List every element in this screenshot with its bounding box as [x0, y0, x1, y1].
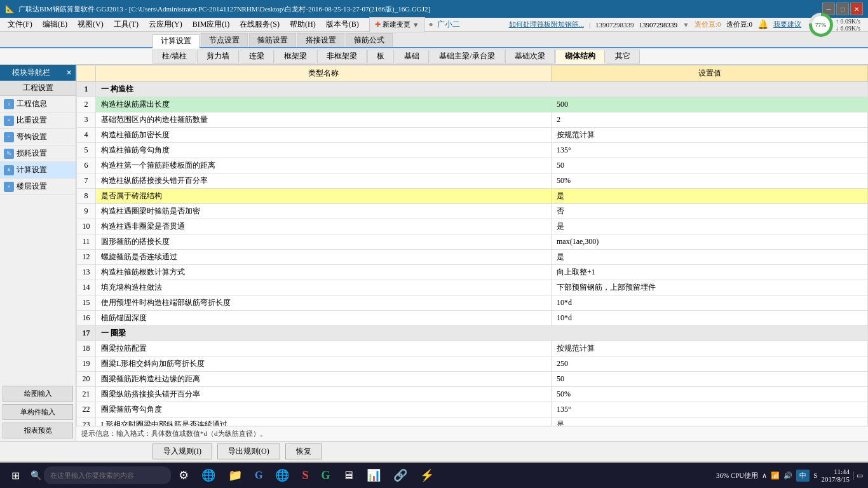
row-type-name: 圈梁纵筋搭接接头错开百分率: [96, 387, 552, 402]
row-setting-value[interactable]: 50%: [552, 173, 868, 189]
search-icon: 🔍: [31, 470, 41, 481]
export-rules-button[interactable]: 导出规则(O): [217, 444, 280, 459]
info-text: 提示信息：输入格式：具体数值或数值*d（d为纵筋直径）。: [81, 430, 267, 437]
sub-tab-foundation-secondary[interactable]: 基础次梁: [505, 50, 555, 64]
menu-help[interactable]: 帮助(H): [285, 18, 321, 31]
taskbar-expand-icon[interactable]: ∧: [762, 471, 767, 480]
row-setting-value[interactable]: 是: [552, 250, 868, 265]
table-container[interactable]: 类型名称 设置值 1一 构造柱2构造柱纵筋露出长度5003基础范围区内的构造柱箍…: [76, 65, 868, 426]
tab-stirrup-formula[interactable]: 箍筋公式: [346, 33, 393, 47]
title-bar-left: 📐 广联达BIM钢筋算量软件 GGJ2013 - [C:\Users\Admin…: [5, 4, 430, 14]
phone-number: 13907298339: [595, 21, 634, 29]
sidebar-item-hook-settings[interactable]: ~ 弯钩设置: [0, 129, 76, 146]
row-type-name: 是否属于砖混结构: [96, 189, 552, 204]
row-setting-value[interactable]: 是: [552, 417, 868, 426]
sub-tab-non-frame-beam[interactable]: 非框架梁: [317, 50, 367, 64]
menu-file[interactable]: 文件(F): [3, 18, 37, 31]
price-info: 造价豆:0: [695, 20, 721, 29]
sidebar-item-floor-settings[interactable]: ≡ 楼层设置: [0, 179, 76, 195]
row-setting-value[interactable]: 135°: [552, 402, 868, 417]
taskbar-icon-11[interactable]: ⚡: [415, 465, 439, 485]
restore-button[interactable]: 恢复: [285, 444, 322, 459]
sidebar-close-button[interactable]: ✕: [62, 66, 76, 79]
row-setting-value[interactable]: 按规范计算: [552, 341, 868, 356]
sidebar-item-project-info[interactable]: i 工程信息: [0, 96, 76, 112]
weight-settings-icon: =: [4, 116, 14, 126]
tab-splice-settings[interactable]: 搭接设置: [297, 33, 344, 47]
single-component-button[interactable]: 单构件输入: [3, 404, 73, 420]
sub-tab-coupling-beam[interactable]: 连梁: [240, 50, 274, 64]
row-setting-value[interactable]: 向上取整+1: [552, 265, 868, 280]
taskbar-icon-8[interactable]: 🖥: [337, 465, 359, 485]
taskbar-icon-4[interactable]: G: [250, 465, 268, 485]
row-setting-value[interactable]: 500: [552, 97, 868, 112]
taskbar: ⊞ 🔍 ⚙ 🌐 📁 G 🌐 S G 🖥 📊 🔗 ⚡ 36% CPU使用 ∧ 📶 …: [0, 463, 868, 488]
row-setting-value[interactable]: 10*d: [552, 295, 868, 311]
taskbar-icon-9[interactable]: 📊: [362, 465, 386, 485]
row-setting-value[interactable]: 否: [552, 204, 868, 219]
menu-version[interactable]: 版本号(B): [321, 18, 364, 31]
new-change-button[interactable]: ✚ 新建变更 ▼: [369, 17, 425, 32]
sub-tab-shear-wall[interactable]: 剪力墙: [197, 50, 239, 64]
taskbar-icon-3[interactable]: 📁: [223, 465, 247, 485]
main-layout: 模块导航栏 ✕ 工程设置 i 工程信息 = 比重设置 ~ 弯钩设置 % 损耗设置…: [0, 65, 868, 441]
row-setting-value[interactable]: max(1ae,300): [552, 234, 868, 250]
sub-tab-frame-beam[interactable]: 框架梁: [275, 50, 316, 64]
drawing-input-button[interactable]: 绘图输入: [3, 386, 73, 402]
row-setting-value[interactable]: 下部预留钢筋，上部预留埋件: [552, 280, 868, 295]
lang-indicator[interactable]: 中: [796, 470, 810, 482]
sub-tabs: 柱/墙柱 剪力墙 连梁 框架梁 非框架梁 板 基础 基础主梁/承台梁 基础次梁 …: [0, 48, 868, 65]
help-link[interactable]: 如何处理筏板附加钢筋...: [509, 20, 584, 29]
taskbar-icon-10[interactable]: 🔗: [388, 465, 412, 485]
row-type-name: 螺旋箍筋是否连续通过: [96, 250, 552, 265]
row-type-name: 填充墙构造柱做法: [96, 280, 552, 295]
col-setting-value: 设置值: [552, 65, 868, 82]
sidebar-item-weight-settings[interactable]: = 比重设置: [0, 112, 76, 129]
sub-tab-slab[interactable]: 板: [367, 50, 394, 64]
sub-tab-foundation-beam[interactable]: 基础主梁/承台梁: [430, 50, 504, 64]
taskbar-search-input[interactable]: [44, 466, 171, 484]
row-setting-value[interactable]: 按规范计算: [552, 128, 868, 143]
row-setting-value[interactable]: 250: [552, 356, 868, 372]
row-num: 17: [77, 326, 96, 341]
sub-tab-column[interactable]: 柱/墙柱: [153, 50, 196, 64]
menu-bim[interactable]: BIM应用(I): [187, 18, 235, 31]
taskbar-clock[interactable]: 11:44 2017/8/15: [821, 468, 850, 483]
menu-cloud[interactable]: 云应用(Y): [144, 18, 187, 31]
show-desktop-icon[interactable]: ▭: [853, 471, 863, 480]
report-preview-button[interactable]: 报表预览: [3, 423, 73, 438]
taskbar-icon-2[interactable]: 🌐: [196, 465, 220, 485]
row-setting-value[interactable]: 10*d: [552, 311, 868, 326]
taskbar-icon-6[interactable]: S: [297, 465, 313, 485]
row-setting-value[interactable]: 135°: [552, 143, 868, 158]
start-button[interactable]: ⊞: [3, 464, 28, 487]
tab-calc-settings[interactable]: 计算设置: [153, 34, 200, 48]
suggest-button[interactable]: 我要建议: [773, 20, 801, 29]
row-setting-value[interactable]: 50: [552, 372, 868, 387]
sidebar-item-calc-settings[interactable]: # 计算设置: [0, 162, 76, 179]
tab-stirrup-settings[interactable]: 箍筋设置: [249, 33, 296, 47]
row-setting-value[interactable]: 2: [552, 112, 868, 128]
menu-tools[interactable]: 工具(T): [109, 18, 144, 31]
sidebar-item-loss-settings[interactable]: % 损耗设置: [0, 146, 76, 162]
row-setting-value[interactable]: 50%: [552, 387, 868, 402]
menu-view[interactable]: 视图(V): [72, 18, 109, 31]
import-rules-button[interactable]: 导入规则(I): [153, 444, 212, 459]
tab-node-settings[interactable]: 节点设置: [201, 33, 248, 47]
taskbar-icon-5[interactable]: 🌐: [270, 465, 294, 485]
row-type-name: 圈梁拉筋配置: [96, 341, 552, 356]
sub-tab-other[interactable]: 其它: [606, 50, 640, 64]
taskbar-icon-1[interactable]: ⚙: [173, 465, 194, 485]
menu-edit[interactable]: 编辑(E): [37, 18, 72, 31]
row-setting-value[interactable]: 是: [552, 189, 868, 204]
sub-tab-foundation[interactable]: 基础: [395, 50, 429, 64]
sidebar: 模块导航栏 ✕ 工程设置 i 工程信息 = 比重设置 ~ 弯钩设置 % 损耗设置…: [0, 65, 76, 441]
row-setting-value[interactable]: 50: [552, 158, 868, 173]
hook-settings-icon: ~: [4, 132, 14, 142]
sub-tab-masonry[interactable]: 砌体结构: [555, 50, 605, 64]
row-type-name: 圈梁箍筋距构造柱边缘的距离: [96, 372, 552, 387]
taskbar-icon-7[interactable]: G: [316, 465, 335, 485]
row-setting-value[interactable]: 是: [552, 219, 868, 234]
menu-online[interactable]: 在线服务(S): [234, 18, 285, 31]
row-type-name: 圈梁箍筋弯勾角度: [96, 402, 552, 417]
